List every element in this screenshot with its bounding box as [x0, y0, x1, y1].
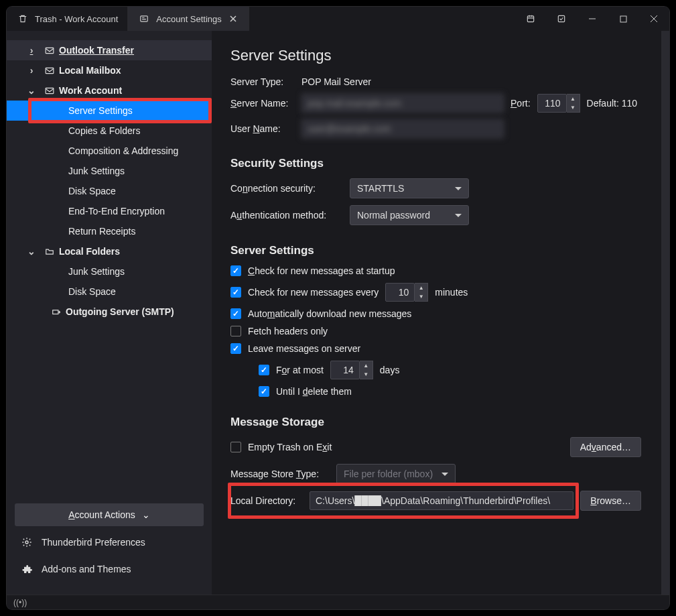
spinner-up-icon[interactable]: ▲: [415, 284, 427, 292]
server-name-label: Server Name:: [230, 98, 295, 109]
maximize-button[interactable]: [608, 7, 638, 31]
tab-account-settings[interactable]: Account Settings: [128, 7, 249, 31]
browse-button[interactable]: Browse…: [580, 491, 641, 511]
svg-rect-4: [46, 48, 54, 53]
sidebar-item-lf-disk[interactable]: Disk Space: [7, 282, 212, 302]
check-every-spinner[interactable]: ▲▼: [415, 283, 428, 302]
sidebar-account-work[interactable]: ⌄ Work Account: [7, 80, 212, 101]
mail-icon: [44, 47, 55, 54]
port-input[interactable]: [537, 94, 567, 113]
account-actions-button[interactable]: Account Actions ⌄: [15, 503, 204, 526]
checkbox-leave[interactable]: [230, 343, 241, 354]
folder-icon: [44, 247, 55, 255]
status-bar: ((•)): [7, 595, 669, 609]
spinner-down-icon[interactable]: ▼: [415, 292, 427, 301]
sidebar-item-composition[interactable]: Composition & Addressing: [7, 141, 212, 161]
checkbox-headers[interactable]: [230, 326, 241, 336]
svg-rect-1: [527, 16, 533, 22]
conn-security-select[interactable]: STARTTLS: [350, 178, 469, 198]
sidebar-item-smtp[interactable]: Outgoing Server (SMTP): [7, 302, 212, 322]
tab-label: Account Settings: [156, 14, 222, 24]
tasks-icon[interactable]: [546, 7, 577, 31]
storage-header: Message Storage: [230, 416, 641, 429]
addons-button[interactable]: Add-ons and Themes: [15, 558, 204, 580]
checkbox-label: Check for new messages at startup: [248, 265, 395, 276]
security-header: Security Settings: [230, 157, 641, 170]
sidebar-item-copies[interactable]: Copies & Folders: [7, 121, 212, 141]
unit-label: minutes: [435, 287, 468, 298]
spinner-down-icon[interactable]: ▼: [567, 103, 580, 112]
store-type-label: Message Store Type:: [230, 469, 330, 479]
sidebar-account-outlook[interactable]: › Outlook Transfer: [7, 40, 212, 60]
sidebar-account-localfolders[interactable]: ⌄ Local Folders: [7, 241, 212, 261]
checkbox-label: Leave messages on server: [248, 343, 360, 354]
checkbox-emptytrash[interactable]: [230, 442, 241, 452]
checkbox-label: Until I delete them: [276, 386, 352, 397]
chevron-down-icon: ⌄: [27, 246, 36, 257]
local-dir-label: Local Directory:: [230, 495, 303, 506]
server-type-label: Server Type:: [230, 76, 295, 87]
checkbox-untildel[interactable]: [259, 386, 269, 397]
sidebar-item-label: Server Settings: [68, 105, 133, 116]
server-name-input[interactable]: [301, 94, 504, 113]
sidebar-item-junk[interactable]: Junk Settings: [7, 161, 212, 181]
select-value: STARTTLS: [357, 183, 404, 194]
svg-rect-5: [46, 68, 54, 73]
tabs-bar: Trash - Work Account Account Settings: [7, 7, 669, 31]
user-name-label: User Name:: [230, 123, 295, 134]
store-type-select: File per folder (mbox): [336, 464, 456, 484]
sidebar-account-localmailbox[interactable]: › Local Mailbox: [7, 60, 212, 80]
atmost-spinner[interactable]: ▲▼: [360, 361, 373, 379]
checkbox-label: Automatically download new messages: [248, 308, 411, 319]
select-value: File per folder (mbox): [344, 469, 433, 479]
sidebar-item-lf-junk[interactable]: Junk Settings: [7, 261, 212, 282]
minimize-button[interactable]: [577, 7, 608, 31]
sidebar-item-disk[interactable]: Disk Space: [7, 181, 212, 201]
sidebar-item-e2ee[interactable]: End-To-End Encryption: [7, 201, 212, 221]
checkbox-atmost[interactable]: [259, 365, 269, 375]
spinner-down-icon[interactable]: ▼: [360, 370, 373, 379]
svg-rect-7: [53, 310, 58, 314]
checkbox-autodl[interactable]: [230, 308, 241, 319]
puzzle-icon: [21, 564, 32, 574]
user-name-input[interactable]: [301, 119, 504, 138]
page-title: Server Settings: [230, 47, 641, 64]
sidebar-item-label: Disk Space: [68, 186, 116, 196]
scrollbar[interactable]: [661, 31, 669, 595]
chevron-down-icon: ⌄: [142, 509, 150, 520]
checkbox-every[interactable]: [230, 287, 241, 298]
button-label: Add-ons and Themes: [42, 564, 131, 574]
spinner-up-icon[interactable]: ▲: [360, 361, 373, 370]
sidebar-item-server-settings[interactable]: Server Settings: [7, 101, 212, 121]
advanced-button[interactable]: Advanced…: [570, 437, 641, 457]
local-dir-input[interactable]: [310, 491, 573, 510]
chevron-right-icon: ›: [27, 45, 36, 56]
checkbox-label: Empty Trash on Exit: [248, 442, 332, 452]
sidebar-item-label: Local Folders: [59, 246, 120, 257]
port-label: Port:: [511, 98, 531, 109]
tab-trash[interactable]: Trash - Work Account: [7, 7, 128, 31]
thunderbird-prefs-button[interactable]: Thunderbird Preferences: [15, 532, 204, 553]
conn-security-label: Connection security:: [230, 183, 343, 194]
activity-icon: ((•)): [13, 598, 27, 607]
svg-point-8: [25, 541, 28, 544]
button-label: Thunderbird Preferences: [42, 537, 145, 548]
mail-icon: [44, 67, 55, 74]
close-button[interactable]: [638, 7, 669, 31]
trash-icon: [16, 14, 29, 23]
spinner-up-icon[interactable]: ▲: [567, 95, 580, 103]
mail-icon: [44, 87, 55, 95]
sidebar-item-label: Junk Settings: [68, 266, 125, 277]
sidebar-item-receipts[interactable]: Return Receipts: [7, 221, 212, 241]
check-every-input[interactable]: [385, 283, 415, 302]
checkbox-startup[interactable]: [230, 265, 241, 276]
calendar-icon[interactable]: [515, 7, 546, 31]
unit-label: days: [380, 365, 400, 375]
atmost-input[interactable]: [330, 361, 360, 379]
sidebar-item-label: Outlook Transfer: [59, 45, 134, 56]
close-tab-icon[interactable]: [227, 15, 239, 22]
chevron-down-icon: ⌄: [27, 85, 36, 96]
port-spinner[interactable]: ▲▼: [567, 94, 580, 113]
auth-method-select[interactable]: Normal password: [350, 205, 469, 225]
sidebar-item-label: Work Account: [59, 85, 122, 96]
